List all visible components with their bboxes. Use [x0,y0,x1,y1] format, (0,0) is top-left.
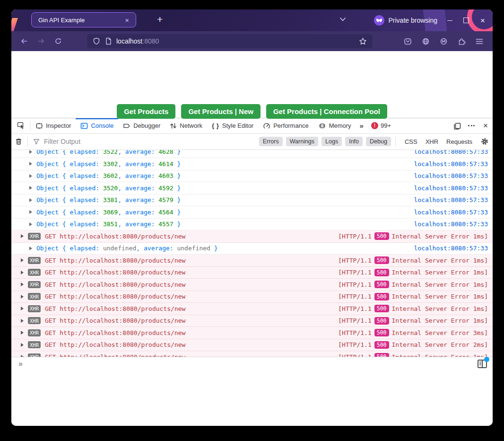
minimize-button[interactable] [445,16,454,25]
console-error-row[interactable]: XHRGET http://localhost:8080/products/ne… [11,291,493,303]
console-error-row[interactable]: XHRGET http://localhost:8080/products/ne… [11,303,493,315]
more-tabs-icon[interactable] [356,118,367,133]
filter-logs-button[interactable]: Logs [322,137,342,146]
maximize-button[interactable] [462,16,470,25]
error-icon [371,122,378,129]
expand-arrow-icon[interactable] [29,150,32,154]
console-input-row[interactable]: » [11,357,493,426]
page-info-icon[interactable] [105,37,112,45]
shield-icon[interactable] [93,37,100,45]
source-location-link[interactable]: localhost:8080:57:33 [414,196,488,203]
get-products-connection-pool-button[interactable]: Get Products | Connection Pool [266,104,387,119]
expand-arrow-icon[interactable] [21,319,24,323]
expand-arrow-icon[interactable] [29,174,32,178]
expand-arrow-icon[interactable] [29,162,32,166]
console-error-row[interactable]: XHRGET http://localhost:8080/products/ne… [11,255,493,267]
list-tabs-chevron-icon[interactable] [339,17,346,22]
tab-label: Performance [273,122,308,129]
filter-xhr-button[interactable]: XHR [426,138,438,145]
expand-arrow-icon[interactable] [21,282,24,286]
source-location-link[interactable]: localhost:8080:57:33 [414,185,488,192]
filter-requests-button[interactable]: Requests [446,138,472,145]
tab-performance[interactable]: Performance [258,118,313,133]
tab-label: Network [180,122,202,129]
console-error-row[interactable]: XHRGET http://localhost:8080/products/ne… [11,327,493,339]
new-tab-button[interactable] [154,14,165,25]
expand-arrow-icon[interactable] [21,258,24,262]
console-error-row[interactable]: XHRGET http://localhost:8080/products/ne… [11,339,493,352]
expand-arrow-icon[interactable] [29,186,32,190]
url-bar[interactable]: localhost:8080 [87,34,373,48]
console-log-row[interactable]: Object { elapsed: 3381, average: 4579 }l… [11,194,493,207]
filter-css-button[interactable]: CSS [405,138,417,145]
source-location-link[interactable]: localhost:8080:57:33 [414,172,488,179]
console-output[interactable]: Object { elapsed: 3522, average: 4628 }l… [11,150,493,357]
expand-arrow-icon[interactable] [21,234,24,238]
expand-arrow-icon[interactable] [29,222,32,226]
source-location-link[interactable]: localhost:8080:57:33 [414,220,488,228]
console-log-row[interactable]: Object { elapsed: 3520, average: 4592 }l… [11,182,493,194]
expand-arrow-icon[interactable] [21,295,24,299]
console-log-row[interactable]: Object { elapsed: 3602, average: 4603 }l… [11,170,493,183]
sidebar-toggle-button[interactable] [477,358,488,370]
console-log-row[interactable]: Object { elapsed: 3302, average: 4614 }l… [11,158,493,170]
error-message: GET http://localhost:8080/products/new [45,293,185,300]
tab-inspector[interactable]: Inspector [31,118,76,133]
expand-arrow-icon[interactable] [29,247,32,250]
status-500-badge: 500 [374,232,389,240]
close-window-button[interactable] [478,16,487,25]
tab-network[interactable]: Network [165,118,207,133]
bookmark-star-icon[interactable] [359,37,367,45]
clear-console-trash-button[interactable] [15,138,22,145]
console-error-row[interactable]: XHRGET http://localhost:8080/products/ne… [11,230,493,243]
expand-arrow-icon[interactable] [21,271,24,274]
extensions-puzzle-icon[interactable] [458,37,466,45]
error-count-badge[interactable]: 99+ [367,118,395,133]
pick-element-button[interactable] [11,118,30,133]
theme-streak-left [11,18,18,31]
expand-arrow-icon[interactable] [21,343,24,347]
source-location-link[interactable]: localhost:8080:57:33 [414,209,488,216]
split-console-button[interactable] [450,118,464,133]
expand-arrow-icon[interactable] [29,198,32,202]
error-message: GET http://localhost:8080/products/new [45,257,185,264]
back-button[interactable] [18,35,30,47]
filter-errors-button[interactable]: Errors [259,137,283,146]
globe-extension-icon[interactable] [422,37,430,45]
devtools-menu-button[interactable] [464,118,478,133]
filter-warnings-button[interactable]: Warnings [286,137,318,146]
expand-arrow-icon[interactable] [29,210,32,214]
reload-button[interactable] [52,35,64,47]
expand-arrow-icon[interactable] [21,331,24,335]
console-error-row[interactable]: XHRGET http://localhost:8080/products/ne… [11,267,493,279]
tab-close-icon[interactable] [123,16,131,25]
get-products-new-button[interactable]: Get Products | New [181,104,261,119]
tab-console[interactable]: Console [76,118,118,133]
close-devtools-button[interactable] [478,118,493,133]
console-settings-gear-icon[interactable] [480,137,489,146]
tab-memory[interactable]: Memory [313,118,356,133]
tab-style-editor[interactable]: { } Style Editor [207,118,258,133]
console-log-row[interactable]: Object { elapsed: undefined, average: un… [11,243,493,255]
filter-info-button[interactable]: Info [345,137,363,146]
get-products-button[interactable]: Get Products [117,104,175,119]
tab-debugger[interactable]: Debugger [118,118,165,133]
console-log-row[interactable]: Object { elapsed: 3522, average: 4628 }l… [11,150,493,159]
expand-arrow-icon[interactable] [21,307,24,310]
filter-debug-button[interactable]: Debug [366,137,391,146]
pocket-icon[interactable] [404,37,412,45]
console-error-row[interactable]: XHRGET http://localhost:8080/products/ne… [11,279,493,291]
console-error-row[interactable]: XHRGET http://localhost:8080/products/ne… [11,351,493,357]
menu-hamburger-icon[interactable] [476,38,483,44]
source-location-link[interactable]: localhost:8080:57:33 [414,160,488,168]
forward-button[interactable] [35,35,47,47]
source-location-link[interactable]: localhost:8080:57:33 [414,245,488,252]
console-log-row[interactable]: Object { elapsed: 3069, average: 4564 }l… [11,206,493,219]
console-filterbar: Filter Output Errors Warnings Logs Info … [11,134,493,150]
console-error-row[interactable]: XHRGET http://localhost:8080/products/ne… [11,315,493,327]
source-location-link[interactable]: localhost:8080:57:33 [414,150,488,156]
browser-tab[interactable]: Gin API Example [31,12,136,27]
m-extension-icon[interactable] [440,37,448,45]
filter-input[interactable]: Filter Output [44,138,80,145]
console-log-row[interactable]: Object { elapsed: 3851, average: 4557 }l… [11,219,493,231]
